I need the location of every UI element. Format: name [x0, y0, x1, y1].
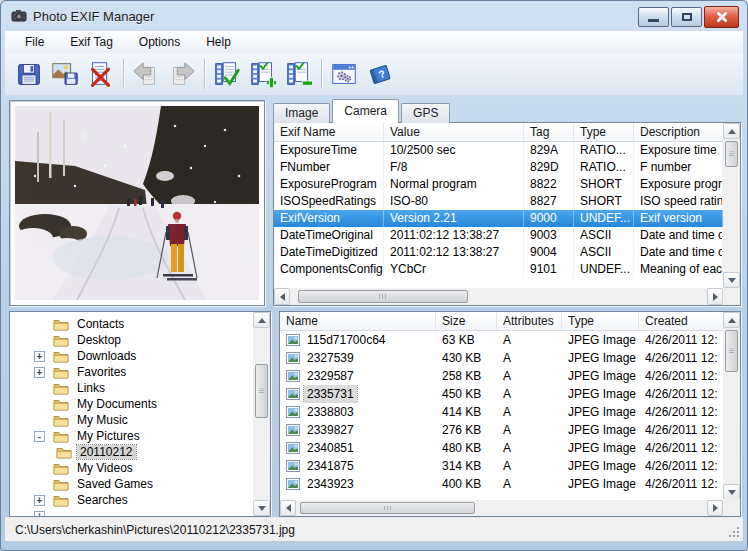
tree-item-label: My Pictures [74, 428, 143, 444]
expand-icon[interactable]: + [34, 495, 45, 506]
table-row[interactable]: FNumber F/8 829D RATIO... F number [274, 159, 723, 176]
tag-add-icon [248, 59, 278, 89]
column-header-type[interactable]: Type [562, 312, 639, 330]
column-header-tag[interactable]: Tag [524, 123, 574, 141]
menu-exif-tag[interactable]: Exif Tag [60, 32, 122, 52]
collapse-icon[interactable]: - [34, 431, 45, 442]
status-bar: C:\Users\cherkashin\Pictures\20110212\23… [5, 517, 743, 541]
scroll-thumb[interactable] [255, 364, 268, 418]
exif-vertical-scrollbar[interactable] [723, 123, 740, 288]
file-size: 314 KB [436, 457, 497, 475]
file-row[interactable]: 115d71700c64 63 KB A JPEG Image 4/26/201… [280, 331, 723, 349]
expand-icon[interactable]: + [34, 511, 45, 517]
delete-exif-button[interactable] [83, 56, 119, 92]
options-button[interactable] [326, 56, 362, 92]
expand-icon[interactable]: + [34, 351, 45, 362]
exif-horizontal-scrollbar[interactable] [274, 288, 723, 305]
remove-tag-button[interactable] [281, 56, 317, 92]
tree-item-favorites[interactable]: + Favorites [10, 364, 253, 380]
file-vertical-scrollbar[interactable] [723, 312, 740, 500]
tree-item-links[interactable]: Links [10, 380, 253, 396]
column-header-attributes[interactable]: Attributes [497, 312, 562, 330]
help-button[interactable]: ? [362, 56, 398, 92]
menu-options[interactable]: Options [129, 32, 190, 52]
tree-item-20110212[interactable]: 20110212 [10, 444, 253, 460]
tab-camera[interactable]: Camera [332, 99, 399, 123]
file-row[interactable]: 2329587 258 KB A JPEG Image 4/26/2011 12… [280, 367, 723, 385]
tree-item-my-music[interactable]: My Music [10, 412, 253, 428]
scroll-up-button[interactable] [253, 312, 270, 328]
previous-image-button[interactable] [128, 56, 164, 92]
cell-value: YCbCr [384, 261, 524, 278]
menu-file[interactable]: File [15, 32, 54, 52]
scroll-down-button[interactable] [723, 272, 740, 288]
maximize-button[interactable] [671, 7, 702, 27]
table-row[interactable]: DateTimeOriginal 2011:02:12 13:38:27 900… [274, 227, 723, 244]
scroll-right-button[interactable] [707, 500, 723, 516]
next-image-button[interactable] [164, 56, 200, 92]
file-type: JPEG Image [562, 421, 639, 439]
tree-item-searches[interactable]: + Searches [10, 492, 253, 508]
tree-item-saved-games[interactable]: Saved Games [10, 476, 253, 492]
scroll-thumb[interactable] [298, 290, 468, 303]
menu-help[interactable]: Help [196, 32, 241, 52]
table-row[interactable]: ExposureProgram Normal program 8822 SHOR… [274, 176, 723, 193]
scroll-down-button[interactable] [253, 500, 270, 516]
table-row[interactable]: ComponentsConfig... YCbCr 9101 UNDEF... … [274, 261, 723, 278]
cell-value: F/8 [384, 159, 524, 176]
tree-item-downloads[interactable]: + Downloads [10, 348, 253, 364]
file-row[interactable]: 2340851 480 KB A JPEG Image 4/26/2011 12… [280, 439, 723, 457]
tree-item-label: Searches [74, 492, 131, 508]
scroll-left-button[interactable] [280, 500, 296, 516]
minimize-button[interactable] [638, 7, 669, 27]
file-name: 2327539 [304, 349, 357, 367]
folder-icon [53, 462, 69, 475]
column-header-size[interactable]: Size [436, 312, 497, 330]
scroll-thumb[interactable] [725, 141, 738, 167]
tree-vertical-scrollbar[interactable] [253, 312, 270, 516]
apply-tags-button[interactable] [209, 56, 245, 92]
resize-grip[interactable] [727, 525, 741, 539]
column-header-name[interactable]: Name [280, 312, 436, 330]
column-header-value[interactable]: Value [384, 123, 524, 141]
scroll-right-button[interactable] [707, 288, 723, 305]
tree-item-desktop[interactable]: Desktop [10, 332, 253, 348]
table-row-selected[interactable]: ExifVersion Version 2.21 9000 UNDEF... E… [274, 210, 723, 227]
scroll-down-button[interactable] [723, 484, 740, 500]
table-row[interactable]: ExposureTime 10/2500 sec 829A RATIO... E… [274, 142, 723, 159]
tree-item-my-documents[interactable]: My Documents [10, 396, 253, 412]
file-horizontal-scrollbar[interactable] [280, 500, 723, 516]
tab-gps[interactable]: GPS [401, 103, 450, 123]
tree-item-partial[interactable]: + [10, 508, 253, 516]
tree-item-label: My Music [74, 412, 131, 428]
file-row[interactable]: 2341875 314 KB A JPEG Image 4/26/2011 12… [280, 457, 723, 475]
table-row[interactable]: DateTimeDigitized 2011:02:12 13:38:27 90… [274, 244, 723, 261]
tree-item-my-pictures[interactable]: - My Pictures [10, 428, 253, 444]
file-row-selected[interactable]: 2335731 450 KB A JPEG Image 4/26/2011 12… [280, 385, 723, 403]
column-header-type[interactable]: Type [574, 123, 634, 141]
expand-icon[interactable]: + [34, 367, 45, 378]
table-row[interactable]: ISOSpeedRatings ISO-80 8827 SHORT ISO sp… [274, 193, 723, 210]
scroll-up-button[interactable] [723, 312, 740, 328]
title-bar[interactable]: Photo EXIF Manager [1, 1, 747, 31]
tree-item-contacts[interactable]: Contacts [10, 316, 253, 332]
save-image-button[interactable] [47, 56, 83, 92]
scrollbar-corner [723, 499, 740, 516]
file-row[interactable]: 2327539 430 KB A JPEG Image 4/26/2011 12… [280, 349, 723, 367]
file-row[interactable]: 2343923 400 KB A JPEG Image 4/26/2011 12… [280, 475, 723, 493]
scroll-thumb[interactable] [300, 502, 475, 514]
scroll-thumb[interactable] [725, 330, 738, 372]
file-attributes: A [497, 385, 562, 403]
add-tag-button[interactable] [245, 56, 281, 92]
cell-exif-name: DateTimeOriginal [274, 227, 384, 244]
column-header-exif-name[interactable]: Exif Name [274, 123, 384, 141]
scroll-up-button[interactable] [723, 123, 740, 139]
close-button[interactable] [704, 6, 739, 28]
tab-image[interactable]: Image [273, 103, 330, 123]
tree-item-my-videos[interactable]: My Videos [10, 460, 253, 476]
tree-item-label: My Documents [74, 396, 160, 412]
save-button[interactable] [11, 56, 47, 92]
file-row[interactable]: 2338803 414 KB A JPEG Image 4/26/2011 12… [280, 403, 723, 421]
scroll-left-button[interactable] [274, 288, 290, 305]
file-row[interactable]: 2339827 276 KB A JPEG Image 4/26/2011 12… [280, 421, 723, 439]
